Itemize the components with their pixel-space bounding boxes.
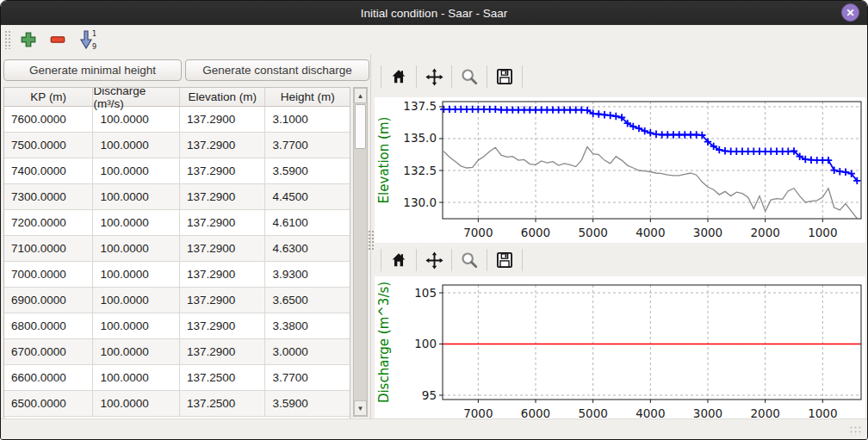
- table-cell[interactable]: 3.9300: [265, 262, 350, 287]
- table-cell[interactable]: 137.2900: [180, 158, 266, 183]
- remove-row-button[interactable]: [46, 28, 69, 51]
- table-cell[interactable]: 137.2900: [180, 184, 266, 209]
- table-cell[interactable]: 137.2900: [180, 133, 266, 158]
- discharge-plot-canvas[interactable]: 700060005000400030002000100010510095Disc…: [375, 276, 865, 419]
- pan-button[interactable]: [423, 249, 445, 271]
- magnifier-icon: [460, 251, 479, 270]
- table-cell[interactable]: 3.7700: [265, 133, 350, 158]
- zoom-button[interactable]: [458, 249, 480, 271]
- table-scrollbar[interactable]: ▲ ▼: [353, 87, 368, 417]
- table-cell[interactable]: 137.2500: [180, 391, 266, 416]
- table-cell[interactable]: 6800.0000: [4, 313, 93, 338]
- table-cell[interactable]: 4.6100: [265, 210, 350, 235]
- table-cell[interactable]: 137.2900: [180, 339, 266, 364]
- elevation-plot-canvas[interactable]: 7000600050004000300020001000137.5135.013…: [375, 97, 865, 243]
- table-row[interactable]: 7500.0000100.0000137.29003.7700: [4, 133, 350, 158]
- column-header[interactable]: Height (m): [265, 88, 350, 106]
- titlebar[interactable]: Initial condition - Saar - Saar ✕: [1, 1, 867, 25]
- column-header[interactable]: Elevation (m): [180, 88, 266, 106]
- window-title: Initial condition - Saar - Saar: [361, 7, 507, 20]
- table-row[interactable]: 6900.0000100.0000137.29003.6500: [4, 288, 350, 313]
- home-button[interactable]: [388, 65, 410, 88]
- table-row[interactable]: 7300.0000100.0000137.29004.4500: [4, 184, 350, 210]
- table-cell[interactable]: 6900.0000: [4, 288, 93, 313]
- scrollbar-thumb[interactable]: [355, 104, 366, 149]
- table-cell[interactable]: 137.2900: [180, 236, 266, 261]
- generate-constant-discharge-button[interactable]: Generate constant discharge: [185, 59, 369, 81]
- scroll-down-button[interactable]: ▼: [354, 400, 367, 416]
- table-row[interactable]: 6800.0000100.0000137.29003.3800: [4, 313, 350, 339]
- table-row[interactable]: 7000.0000100.0000137.29003.9300: [4, 262, 350, 288]
- separator: [451, 65, 452, 88]
- table-cell[interactable]: 3.7700: [265, 365, 350, 390]
- table-cell[interactable]: 6500.0000: [4, 391, 93, 416]
- generate-minimal-height-button[interactable]: Generate minimal height: [3, 59, 182, 81]
- table-cell[interactable]: 7300.0000: [4, 184, 93, 209]
- table-cell[interactable]: 7600.0000: [4, 107, 93, 132]
- scroll-up-button[interactable]: ▲: [354, 88, 367, 103]
- table-row[interactable]: 6700.0000100.0000137.29003.0000: [4, 339, 350, 365]
- table-cell[interactable]: 100.0000: [93, 133, 180, 158]
- vertical-splitter-handle[interactable]: [368, 230, 374, 251]
- table-cell[interactable]: 100.0000: [93, 236, 180, 261]
- separator: [416, 65, 417, 88]
- table-cell[interactable]: 137.2900: [180, 262, 266, 287]
- table-cell[interactable]: 3.5900: [265, 391, 350, 416]
- separator: [522, 249, 523, 271]
- table-cell[interactable]: 7000.0000: [4, 262, 93, 287]
- save-button[interactable]: [493, 249, 516, 271]
- home-button[interactable]: [388, 249, 410, 271]
- table-cell[interactable]: 137.2900: [180, 107, 266, 132]
- table-cell[interactable]: 3.3800: [265, 313, 350, 338]
- table-body: 7600.0000100.0000137.29003.10007500.0000…: [4, 107, 350, 417]
- toolbar-drag-handle[interactable]: [4, 30, 10, 49]
- svg-text:100: 100: [414, 337, 437, 350]
- table-cell[interactable]: 4.4500: [265, 184, 350, 209]
- column-header[interactable]: Discharge (m³/s): [93, 88, 180, 106]
- sort-rows-button[interactable]: 1 9: [76, 28, 98, 51]
- table-cell[interactable]: 3.5900: [265, 158, 350, 183]
- table-cell[interactable]: 100.0000: [93, 184, 180, 209]
- table-cell[interactable]: 100.0000: [93, 365, 180, 390]
- save-button[interactable]: [493, 65, 516, 88]
- table-cell[interactable]: 100.0000: [93, 391, 180, 416]
- window-resize-grip[interactable]: [849, 425, 863, 436]
- table-cell[interactable]: 100.0000: [93, 288, 180, 313]
- table-cell[interactable]: 7100.0000: [4, 236, 93, 261]
- table-cell[interactable]: 7500.0000: [4, 133, 93, 158]
- table-cell[interactable]: 3.0000: [265, 339, 350, 364]
- table-cell[interactable]: 100.0000: [93, 313, 180, 338]
- table-cell[interactable]: 100.0000: [93, 339, 180, 364]
- table-row[interactable]: 6600.0000100.0000137.25003.7700: [4, 365, 350, 391]
- table-row[interactable]: 7400.0000100.0000137.29003.5900: [4, 158, 350, 184]
- table-cell[interactable]: 137.2900: [180, 288, 266, 313]
- table-row[interactable]: 6500.0000100.0000137.25003.5900: [4, 391, 350, 417]
- table-cell[interactable]: 3.6500: [265, 288, 350, 313]
- table-cell[interactable]: 6600.0000: [4, 365, 93, 390]
- svg-text:135.0: 135.0: [403, 131, 437, 145]
- table-row[interactable]: 7200.0000100.0000137.29004.6100: [4, 210, 350, 236]
- table-cell[interactable]: 137.2500: [180, 365, 266, 390]
- separator: [451, 249, 452, 271]
- table-cell[interactable]: 100.0000: [93, 262, 180, 287]
- table-cell[interactable]: 137.2900: [180, 313, 266, 338]
- table-cell[interactable]: 100.0000: [93, 158, 180, 183]
- pan-button[interactable]: [423, 65, 445, 88]
- column-header[interactable]: KP (m): [4, 88, 93, 106]
- magnifier-icon: [460, 67, 479, 86]
- svg-text:6000: 6000: [521, 406, 550, 419]
- table-cell[interactable]: 100.0000: [93, 210, 180, 235]
- table-cell[interactable]: 6700.0000: [4, 339, 93, 364]
- table-row[interactable]: 7100.0000100.0000137.29004.6300: [4, 236, 350, 262]
- table-cell[interactable]: 3.1000: [265, 107, 350, 132]
- zoom-button[interactable]: [458, 65, 480, 88]
- table-cell[interactable]: 100.0000: [93, 107, 180, 132]
- close-button[interactable]: ✕: [841, 3, 859, 22]
- table-row[interactable]: 7600.0000100.0000137.29003.1000: [4, 107, 350, 133]
- table-cell[interactable]: 4.6300: [265, 236, 350, 261]
- table-cell[interactable]: 137.2900: [180, 210, 266, 235]
- add-row-button[interactable]: [17, 28, 40, 51]
- table-cell[interactable]: 7400.0000: [4, 158, 93, 183]
- separator: [487, 65, 487, 88]
- table-cell[interactable]: 7200.0000: [4, 210, 93, 235]
